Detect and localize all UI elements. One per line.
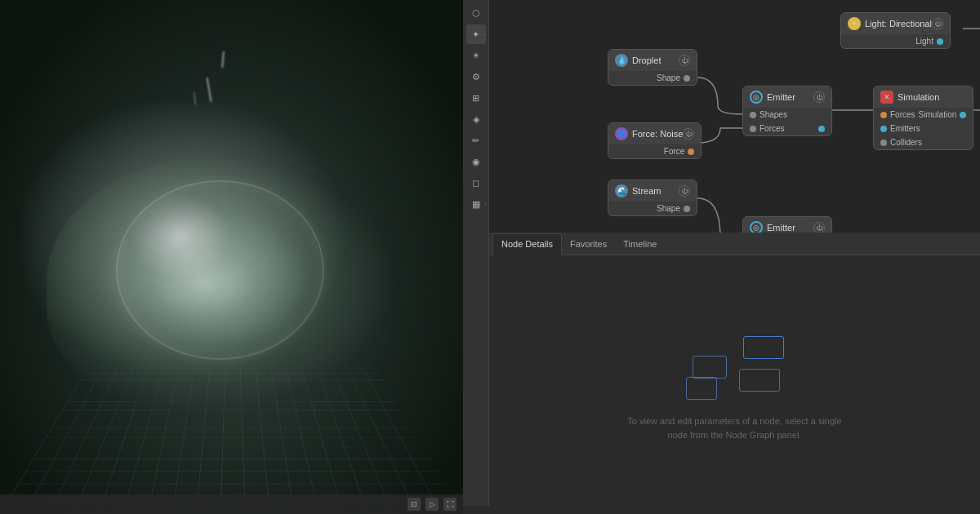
force-power-button[interactable]: ⏻ (683, 128, 694, 140)
grid-sidebar-icon[interactable]: ⊞ (466, 88, 486, 108)
more-sidebar-icon[interactable]: ▦› (466, 194, 486, 214)
emitter2-node-title: Emitter (767, 223, 795, 233)
node-stream[interactable]: 🌊 Stream ⏻ Shape (608, 179, 697, 216)
force-node-icon: 🌀 (615, 127, 628, 140)
sim-forces-label: Forces (890, 110, 915, 119)
node-simulation[interactable]: ✕ Simulation Forces Simulation Emitters … (873, 86, 973, 150)
node-details-hint: To view and edit parameters of a node, s… (627, 414, 841, 441)
droplet-port-dot (684, 75, 690, 82)
object-sidebar-icon[interactable]: ◻ (466, 173, 486, 193)
nodes-sidebar-icon[interactable]: ◈ (466, 109, 486, 129)
light-node-title: Light: Directional (865, 19, 932, 29)
light-port-label: Light (915, 37, 933, 46)
simulation-node-title: Simulation (898, 92, 939, 102)
emitter1-out-dot (818, 126, 825, 132)
bottom-tab-bar: Node Details Favorites Timeline (489, 233, 980, 255)
tab-timeline[interactable]: Timeline (615, 233, 665, 255)
tab-node-details[interactable]: Node Details (492, 233, 562, 255)
3d-viewport[interactable]: ⊡ ▷ ⛶ (0, 0, 463, 514)
force-port-dot (688, 148, 694, 155)
droplet-node-icon: 💧 (615, 54, 628, 67)
render-button[interactable]: ▷ (425, 498, 439, 511)
emitter1-power-button[interactable]: ⏻ (813, 91, 825, 103)
node-force-noise[interactable]: 🌀 Force: Noise ⏻ Force (608, 122, 702, 159)
emitter1-forces-dot (750, 126, 756, 132)
force-node-title: Force: Noise (632, 129, 683, 139)
emitter1-shapes-label: Shapes (760, 110, 787, 119)
stream-port-label: Shape (657, 204, 680, 213)
sim-emitters-dot (880, 126, 887, 132)
emitter1-node-icon: ◎ (750, 91, 763, 104)
placeholder-node-d (686, 377, 717, 400)
sim-forces-dot (880, 112, 887, 118)
sim-colliders-label: Colliders (890, 138, 922, 147)
sim-simulation-label: Simulation (919, 110, 957, 119)
sim-simulation-out-dot (960, 112, 966, 118)
stream-node-title: Stream (632, 186, 661, 196)
node-emitter-2[interactable]: ◎ Emitter ⏻ (742, 216, 832, 233)
force-port-label: Force (664, 147, 685, 156)
stream-port-dot (684, 206, 690, 212)
light-power-button[interactable]: ⏻ (932, 18, 943, 29)
tab-favorites[interactable]: Favorites (562, 233, 615, 255)
placeholder-node-b (693, 356, 727, 379)
droplet-power-button[interactable]: ⏻ (679, 55, 690, 66)
node-details-content: To view and edit parameters of a node, s… (489, 255, 980, 514)
droplet-node-title: Droplet (632, 55, 661, 65)
sim-emitters-label: Emitters (890, 124, 920, 133)
light-sidebar-icon[interactable]: ☀ (466, 46, 486, 65)
stream-node-icon: 🌊 (615, 184, 628, 197)
viewport-toolbar: ⊡ ▷ ⛶ (0, 494, 463, 514)
placeholder-node-c (739, 369, 780, 392)
emitter1-shapes-dot (750, 112, 756, 118)
node-light[interactable]: ☀ Light: Directional ⏻ Light (840, 12, 951, 49)
emitter2-node-icon: ◎ (750, 221, 763, 233)
left-sidebar: ⬡ ✦› ☀ ⚙ ⊞ ◈ ✏ ◉ ◻ ▦› (463, 0, 489, 506)
light-port-dot (937, 38, 943, 45)
bottom-panel: Node Details Favorites Timeline To view … (489, 233, 980, 514)
node-droplet[interactable]: 💧 Droplet ⏻ Shape (608, 49, 697, 86)
particles-icon[interactable]: ✦› (466, 24, 486, 44)
paint-sidebar-icon[interactable]: ✏ (466, 131, 486, 150)
settings-sidebar-icon[interactable]: ⚙ (466, 67, 486, 86)
camera-sidebar-icon[interactable]: ◉ (466, 152, 486, 171)
emitter1-node-title: Emitter (767, 92, 795, 102)
stream-power-button[interactable]: ⏻ (679, 185, 690, 197)
emitter2-power-button[interactable]: ⏻ (813, 222, 825, 233)
node-emitter-1[interactable]: ◎ Emitter ⏻ Shapes Forces (742, 86, 832, 136)
simulation-node-icon: ✕ (880, 91, 893, 104)
light-node-icon: ☀ (848, 17, 861, 30)
fullscreen-button[interactable]: ⛶ (443, 498, 457, 511)
camera-view-button[interactable]: ⊡ (408, 498, 421, 511)
placeholder-diagram (686, 328, 784, 401)
droplet-port-label: Shape (657, 73, 680, 82)
placeholder-node-a (743, 336, 784, 359)
node-graph-panel[interactable]: ☀ Light: Directional ⏻ Light 💧 Droplet ⏻… (489, 0, 980, 233)
emitter1-forces-label: Forces (760, 124, 785, 133)
scene-icon[interactable]: ⬡ (466, 3, 486, 23)
sim-colliders-dot (880, 140, 887, 146)
